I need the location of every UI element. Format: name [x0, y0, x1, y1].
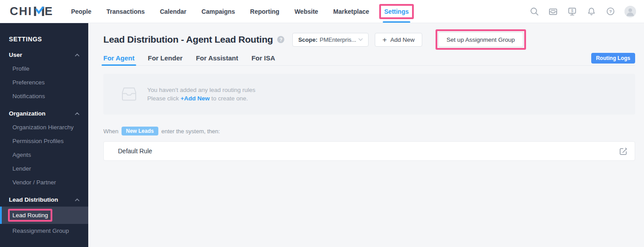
sidebar-item-organization-hierarchy[interactable]: Organization Hierarchy: [0, 120, 88, 134]
sidebar-section-user[interactable]: User: [0, 48, 88, 62]
main-content: Lead Distribution - Agent Lead Routing ?…: [88, 23, 644, 247]
chevron-down-icon: [358, 38, 363, 41]
search-icon[interactable]: [529, 7, 539, 16]
chevron-up-icon: [75, 198, 79, 202]
scope-label: Scope:: [298, 36, 317, 43]
empty-state-line2-prefix: Please click: [147, 95, 181, 102]
tabs-bar: For Agent For Lender For Assistant For I…: [103, 51, 635, 66]
nav-item-website[interactable]: Website: [295, 0, 318, 23]
sidebar-section-lead-distribution[interactable]: Lead Distribution: [0, 193, 88, 207]
sidebar-section-organization-label: Organization: [9, 110, 46, 117]
svg-text:$: $: [571, 8, 573, 13]
sidebar-item-lender[interactable]: Lender: [0, 162, 88, 175]
nav-item-marketplace[interactable]: Marketplace: [333, 0, 369, 23]
add-new-button[interactable]: + Add New: [375, 33, 422, 47]
chevron-up-icon: [75, 112, 79, 116]
set-up-assignment-group-label: Set up Assignment Group: [447, 36, 515, 43]
logo-text-left: CHI: [10, 4, 32, 18]
nav-item-calendar[interactable]: Calendar: [160, 0, 186, 23]
sidebar-item-reassignment-group[interactable]: Reassignment Group: [0, 224, 88, 238]
sidebar-item-notifications[interactable]: Notifications: [0, 89, 88, 103]
default-rule-row[interactable]: Default Rule: [103, 141, 635, 161]
top-navbar: CHI E People Transactions Calendar Campa…: [0, 0, 644, 23]
empty-state-line2-suffix: to create one.: [210, 95, 248, 102]
tab-for-isa[interactable]: For ISA: [251, 51, 275, 65]
set-up-assignment-group-button[interactable]: Set up Assignment Group: [438, 32, 523, 47]
empty-state-line2: Please click +Add New to create one.: [147, 94, 255, 103]
add-new-link[interactable]: +Add New: [181, 95, 210, 102]
app-window: CHI E People Transactions Calendar Campa…: [0, 0, 644, 247]
title-help-icon[interactable]: ?: [277, 36, 284, 43]
empty-state-panel: You haven't added any lead routing rules…: [103, 74, 635, 115]
settings-sidebar: SETTINGS User Profile Preferences Notifi…: [0, 23, 88, 247]
billing-monitor-icon[interactable]: $: [567, 7, 577, 16]
nav-item-settings[interactable]: Settings: [384, 0, 408, 23]
chime-logo[interactable]: CHI E: [10, 0, 53, 23]
sidebar-item-preferences[interactable]: Preferences: [0, 76, 88, 89]
tab-for-agent[interactable]: For Agent: [103, 51, 134, 65]
when-prefix: When: [103, 128, 118, 135]
sidebar-item-profile[interactable]: Profile: [0, 62, 88, 76]
page-header: Lead Distribution - Agent Lead Routing ?…: [103, 32, 635, 47]
nav-item-settings-label: Settings: [384, 8, 408, 15]
nav-item-campaigns[interactable]: Campaigns: [201, 0, 235, 23]
empty-state-text: You haven't added any lead routing rules…: [147, 86, 255, 103]
new-leads-badge[interactable]: New Leads: [122, 127, 158, 135]
sidebar-item-agents[interactable]: Agents: [0, 148, 88, 162]
primary-nav: People Transactions Calendar Campaigns R…: [71, 0, 408, 23]
add-new-label: Add New: [390, 36, 415, 43]
scope-dropdown[interactable]: Scope: PMEnterpris...: [292, 33, 369, 47]
help-icon[interactable]: ?: [605, 7, 615, 16]
sidebar-item-lead-routing[interactable]: Lead Routing: [0, 207, 88, 224]
sidebar-section-lead-distribution-label: Lead Distribution: [9, 196, 58, 203]
logo-m-check-icon: [33, 6, 45, 17]
svg-text:?: ?: [609, 9, 612, 14]
scope-value: PMEnterpris...: [320, 36, 356, 43]
plus-icon: +: [382, 36, 387, 44]
rule-name: Default Rule: [118, 147, 152, 155]
page-title: Lead Distribution - Agent Lead Routing: [103, 34, 273, 45]
empty-inbox-icon: [119, 85, 139, 104]
empty-state-line1: You haven't added any lead routing rules: [147, 86, 255, 94]
sidebar-section-organization[interactable]: Organization: [0, 107, 88, 120]
routing-logs-button[interactable]: Routing Logs: [591, 53, 635, 64]
notifications-bell-icon[interactable]: [586, 7, 596, 16]
navbar-icon-group: $ ?: [529, 0, 636, 23]
tab-for-lender[interactable]: For Lender: [148, 51, 182, 65]
tab-for-assistant[interactable]: For Assistant: [196, 51, 238, 65]
inbox-icon[interactable]: [548, 7, 558, 16]
user-avatar[interactable]: [624, 6, 636, 17]
sidebar-section-user-label: User: [9, 52, 22, 58]
nav-item-reporting[interactable]: Reporting: [250, 0, 279, 23]
sidebar-title: SETTINGS: [0, 23, 88, 48]
when-rule-sentence: When New Leads enter the system, then:: [103, 127, 635, 135]
chevron-up-icon: [75, 53, 79, 57]
nav-item-transactions[interactable]: Transactions: [106, 0, 145, 23]
when-suffix: enter the system, then:: [161, 128, 220, 135]
sidebar-item-vendor-partner[interactable]: Vendor / Partner: [0, 175, 88, 189]
edit-rule-icon[interactable]: [619, 147, 628, 155]
sidebar-item-permission-profiles[interactable]: Permission Profiles: [0, 134, 88, 148]
sidebar-item-lead-routing-label: Lead Routing: [12, 212, 48, 219]
nav-item-people[interactable]: People: [71, 0, 91, 23]
logo-text-right: E: [45, 4, 53, 18]
